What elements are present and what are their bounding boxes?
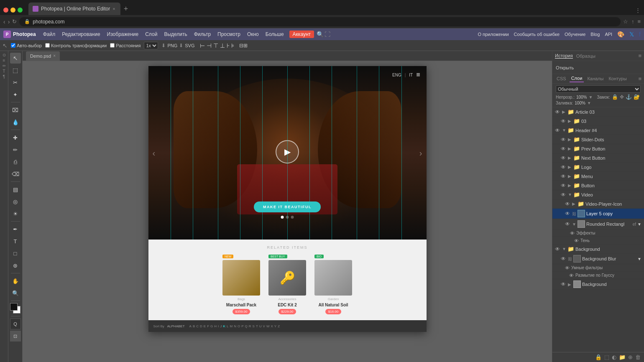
panel-icon-3[interactable]: ✏: [3, 64, 6, 68]
item-price-2[interactable]: $229.00: [279, 309, 296, 314]
expand-icon[interactable]: ▶: [568, 183, 572, 188]
menu-edit[interactable]: Редактирование: [59, 31, 103, 38]
panel-icon-4[interactable]: T: [3, 69, 5, 74]
background-layer-item[interactable]: 👁 ▶ Background: [552, 279, 644, 290]
eye-icon[interactable]: 👁: [561, 256, 567, 262]
delete-layer-btn[interactable]: 🗑: [635, 354, 641, 360]
wand-tool[interactable]: ✦: [10, 89, 21, 100]
eye-icon[interactable]: 👁: [555, 109, 561, 115]
tab-close-btn[interactable]: ×: [112, 6, 115, 11]
browser-tab[interactable]: Photopea | Online Photo Editor ×: [28, 3, 120, 15]
eye-icon[interactable]: 👁: [561, 173, 567, 179]
selection-tool[interactable]: ↖: [10, 53, 21, 64]
smart-filter-eye-icon[interactable]: 👁: [565, 265, 570, 270]
rounded-rect-layer-item[interactable]: 👁 ▼ Rounded Rectangl ef ▼: [552, 219, 644, 229]
canvas-tab[interactable]: Demo.psd ×: [26, 51, 60, 61]
background-blur-item[interactable]: 👁 ⛓ Background Blur ▼: [552, 254, 644, 264]
panel-icon-2[interactable]: ≡: [3, 58, 5, 63]
layer-item[interactable]: 👁 ▼ 📁 Header #4: [552, 126, 644, 135]
alpha-y[interactable]: Y: [274, 324, 276, 328]
group-layers-btn[interactable]: 📁: [619, 354, 626, 360]
alpha-m[interactable]: M: [230, 324, 233, 328]
alpha-k-active[interactable]: K: [223, 324, 225, 328]
next-arrow[interactable]: ›: [419, 148, 422, 158]
layer-item[interactable]: 👁 ▶ 📁 03: [552, 117, 644, 126]
layer-item[interactable]: 👁 ▶ 📁 Button: [552, 181, 644, 190]
expand-icon[interactable]: ▶: [568, 137, 572, 142]
align-center-h-icon[interactable]: ⊣: [207, 42, 212, 49]
layer-lock-btn[interactable]: 🔒: [595, 354, 602, 360]
panel-icon-1[interactable]: ⊙: [3, 53, 6, 57]
hamburger-icon[interactable]: ≡: [416, 71, 420, 79]
address-bar[interactable]: 🔒 photopea.com: [19, 17, 621, 26]
menu-layer[interactable]: Слой: [142, 31, 160, 38]
nav-refresh-btn[interactable]: ↻: [12, 18, 17, 25]
eye-icon[interactable]: 👁: [565, 221, 571, 227]
menu-window[interactable]: Окно: [244, 31, 262, 38]
marquee-tool[interactable]: ⬚: [10, 65, 21, 76]
effect-dropdown[interactable]: ▼: [637, 222, 641, 227]
maximize-dot[interactable]: [18, 8, 23, 13]
alpha-o[interactable]: O: [238, 324, 240, 328]
alpha-a[interactable]: A: [189, 324, 192, 328]
eye-icon[interactable]: 👁: [555, 127, 561, 133]
panel-icon-5[interactable]: ¶: [3, 74, 5, 79]
dodge-tool[interactable]: ☀: [10, 208, 21, 219]
account-btn[interactable]: Аккаунт: [289, 31, 314, 38]
expand-icon[interactable]: ▶: [562, 110, 566, 114]
layer-item[interactable]: 👁 ▶ 📁 Menu: [552, 172, 644, 181]
text-tool[interactable]: T: [10, 236, 21, 247]
canvas-tab-close[interactable]: ×: [53, 54, 56, 58]
alpha-p[interactable]: P: [241, 324, 243, 328]
alpha-l[interactable]: L: [227, 324, 228, 328]
lock-all-icon[interactable]: 🔐: [634, 94, 640, 100]
lang-eng[interactable]: ENG: [392, 73, 401, 77]
expand-icon[interactable]: ▶: [568, 156, 572, 160]
eye-icon[interactable]: 👁: [561, 155, 567, 161]
search-icon[interactable]: 🔍: [317, 31, 324, 38]
alpha-x[interactable]: X: [271, 324, 273, 328]
anchor-icon[interactable]: ⚓: [626, 94, 632, 100]
eye-icon[interactable]: 👁: [555, 246, 561, 252]
layer-style-btn[interactable]: ⬚: [604, 354, 609, 360]
item-price-3[interactable]: $16.00: [325, 309, 341, 314]
auto-select-checkbox-label[interactable]: Авто-выбор: [11, 43, 42, 48]
alpha-u[interactable]: U: [259, 324, 262, 328]
blend-mode-select[interactable]: Обычный: [556, 85, 641, 93]
layer-item[interactable]: 👁 ▶ 📁 Article 03: [552, 107, 644, 117]
brush-tool[interactable]: ✏: [10, 144, 21, 155]
alpha-g[interactable]: G: [210, 324, 213, 328]
png-export-btn[interactable]: PNG: [167, 43, 177, 48]
prev-arrow[interactable]: ‹: [153, 148, 156, 158]
hand-tool[interactable]: ⊛: [10, 260, 21, 271]
alpha-b[interactable]: B: [193, 324, 195, 328]
distribute-icon[interactable]: ⊧: [231, 42, 234, 49]
layer-item[interactable]: 👁 ▼ 📁 Video: [552, 190, 644, 199]
layers-panel-menu[interactable]: ≡: [638, 76, 641, 82]
blog-link[interactable]: Blog: [590, 32, 600, 37]
dot-3[interactable]: [291, 216, 294, 219]
fullscreen-icon[interactable]: ⛶: [325, 31, 330, 38]
about-link[interactable]: О приложении: [478, 32, 509, 37]
shadow-eye-icon[interactable]: 👁: [574, 238, 579, 243]
add-tab-btn[interactable]: +: [124, 5, 128, 13]
align-right-icon[interactable]: ⊤: [213, 42, 218, 49]
lasso-tool[interactable]: ✂: [10, 77, 21, 88]
expand-icon[interactable]: ▶: [568, 119, 572, 123]
menu-file[interactable]: Файл: [40, 31, 59, 38]
twitter-icon[interactable]: 𝕏: [629, 31, 634, 38]
expand-icon[interactable]: ▼: [572, 222, 576, 227]
paths-tab[interactable]: Контуры: [607, 75, 628, 82]
menu-select[interactable]: Выделить: [161, 31, 190, 38]
magnify-tool[interactable]: 🔍: [10, 288, 21, 298]
nav-back-btn[interactable]: ‹: [3, 18, 5, 25]
expand-icon[interactable]: ▶: [568, 165, 572, 169]
menu-filter[interactable]: Фильтр: [191, 31, 214, 38]
eye-icon[interactable]: 👁: [561, 164, 567, 170]
gaussian-eye-icon[interactable]: 👁: [569, 273, 574, 278]
alpha-s[interactable]: S: [253, 324, 255, 328]
report-link[interactable]: Сообщить об ошибке: [514, 32, 560, 37]
blur-tool[interactable]: ◎: [10, 196, 21, 207]
move-icon[interactable]: ✥: [620, 94, 624, 100]
minimize-dot[interactable]: [10, 8, 15, 13]
